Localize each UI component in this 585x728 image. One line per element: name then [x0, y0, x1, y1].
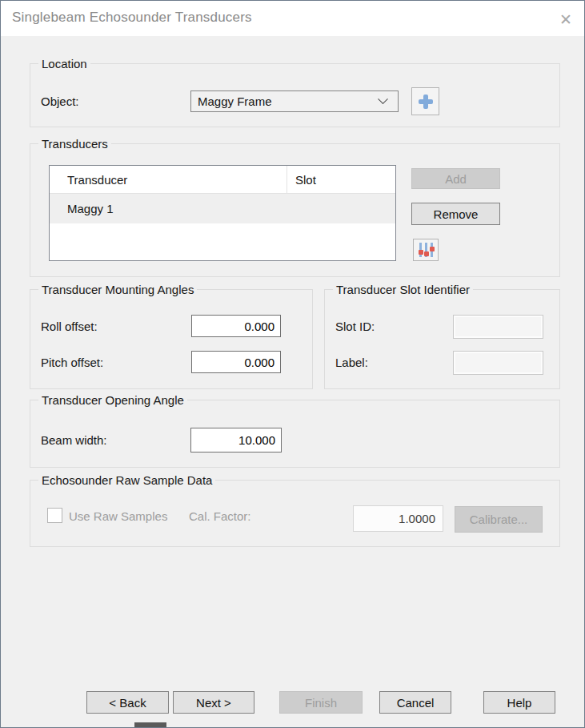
background-window-fragment: [134, 722, 166, 728]
mounting-angles-group-title: Transducer Mounting Angles: [38, 283, 197, 296]
pitch-offset-label: Pitch offset:: [41, 356, 103, 369]
add-button: Add: [411, 168, 500, 189]
cal-factor-input: [353, 505, 443, 532]
remove-button[interactable]: Remove: [411, 203, 500, 225]
object-dropdown[interactable]: Maggy Frame: [190, 90, 399, 112]
cal-factor-label: Cal. Factor:: [189, 509, 251, 523]
chevron-down-icon: [378, 94, 388, 104]
table-row[interactable]: Maggy 1: [50, 194, 395, 223]
next-button[interactable]: Next >: [173, 691, 254, 714]
label-input: [453, 351, 543, 375]
close-icon[interactable]: ✕: [555, 8, 577, 30]
sliders-icon: [419, 243, 433, 257]
cancel-button[interactable]: Cancel: [379, 691, 451, 714]
plus-icon: [419, 95, 433, 109]
column-header-transducer[interactable]: Transducer: [50, 166, 287, 193]
object-label: Object:: [41, 95, 79, 108]
transducer-cell: Maggy 1: [50, 202, 287, 215]
roll-offset-label: Roll offset:: [41, 320, 98, 333]
help-button[interactable]: Help: [483, 691, 555, 714]
slot-id-input: [453, 315, 543, 339]
mounting-angles-group: Transducer Mounting Angles: [30, 289, 313, 389]
finish-button: Finish: [279, 691, 363, 714]
object-dropdown-value: Maggy Frame: [191, 95, 379, 108]
beam-width-label: Beam width:: [41, 433, 107, 447]
opening-angle-group: Transducer Opening Angle: [30, 400, 560, 468]
window-title: Singlebeam Echosounder Transducers: [12, 10, 252, 26]
table-header: Transducer Slot: [50, 166, 395, 194]
pitch-offset-input[interactable]: [191, 351, 281, 373]
singlebeam-echosounder-transducers-dialog: Singlebeam Echosounder Transducers ✕ Loc…: [0, 0, 585, 728]
use-raw-samples-checkbox: [47, 508, 62, 523]
transducers-group-title: Transducers: [38, 137, 111, 151]
title-bar: Singlebeam Echosounder Transducers ✕: [1, 1, 584, 36]
location-group-title: Location: [38, 57, 90, 70]
column-header-slot[interactable]: Slot: [287, 166, 395, 193]
raw-sample-group-title: Echosounder Raw Sample Data: [38, 473, 215, 487]
transducers-table: Transducer Slot Maggy 1: [49, 165, 396, 261]
slot-id-label: Slot ID:: [335, 320, 375, 333]
transducer-settings-button[interactable]: [413, 239, 439, 261]
calibrate-button: Calibrate...: [455, 506, 543, 533]
back-button[interactable]: < Back: [86, 691, 169, 714]
slot-identifier-group-title: Transducer Slot Identifier: [333, 283, 473, 296]
add-object-button[interactable]: [411, 87, 439, 115]
opening-angle-group-title: Transducer Opening Angle: [38, 393, 187, 407]
beam-width-input[interactable]: [190, 428, 282, 452]
label-label: Label:: [335, 356, 368, 369]
roll-offset-input[interactable]: [191, 315, 281, 337]
use-raw-samples-label: Use Raw Samples: [69, 509, 167, 523]
